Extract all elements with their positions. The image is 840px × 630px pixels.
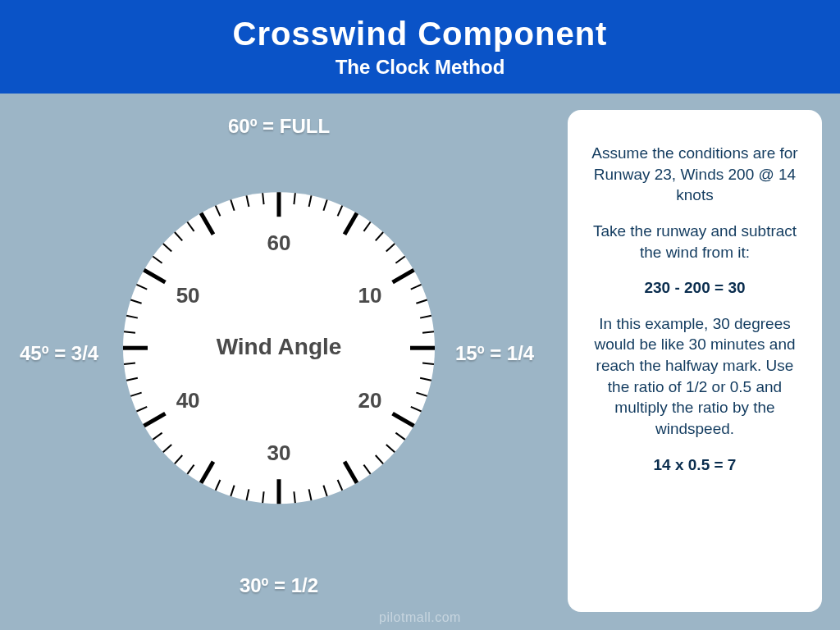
header: Crosswind Component The Clock Method xyxy=(0,0,840,94)
dial-hour-number: 40 xyxy=(176,388,200,413)
dial-label-right: 15º = 1/4 xyxy=(455,342,534,365)
dial-hour-number: 10 xyxy=(358,283,381,308)
clock-dial-icon: 601020304050 Wind Angle xyxy=(107,176,451,520)
dial-hour-number: 60 xyxy=(267,231,291,255)
card-paragraph: Take the runway and subtract the wind fr… xyxy=(591,221,799,262)
content: 60º = FULL 15º = 1/4 30º = 1/2 45º = 3/4… xyxy=(0,94,840,630)
page-title: Crosswind Component xyxy=(233,16,608,52)
card-equation: 230 - 200 = 30 xyxy=(591,277,799,299)
page-subtitle: The Clock Method xyxy=(336,56,505,79)
card-paragraph: In this example, 30 degrees would be lik… xyxy=(591,313,799,440)
dial-hour-number: 50 xyxy=(176,283,200,308)
dial-center-label: Wind Angle xyxy=(217,334,342,359)
footer-credit: pilotmall.com xyxy=(379,610,461,625)
dial-wrap: 601020304050 Wind Angle xyxy=(107,176,451,520)
explanation-card: Assume the conditions are for Runway 23,… xyxy=(568,110,822,612)
page: Crosswind Component The Clock Method 60º… xyxy=(0,0,840,630)
dial-hour-number: 30 xyxy=(267,441,291,465)
card-equation: 14 x 0.5 = 7 xyxy=(591,454,799,476)
dial-hour-number: 20 xyxy=(358,388,381,413)
dial-area: 60º = FULL 15º = 1/4 30º = 1/2 45º = 3/4… xyxy=(0,94,558,630)
card-paragraph: Assume the conditions are for Runway 23,… xyxy=(591,143,799,206)
dial-label-bottom: 30º = 1/2 xyxy=(240,574,318,597)
dial-label-top: 60º = FULL xyxy=(228,115,330,138)
dial-label-left: 45º = 3/4 xyxy=(20,342,98,365)
